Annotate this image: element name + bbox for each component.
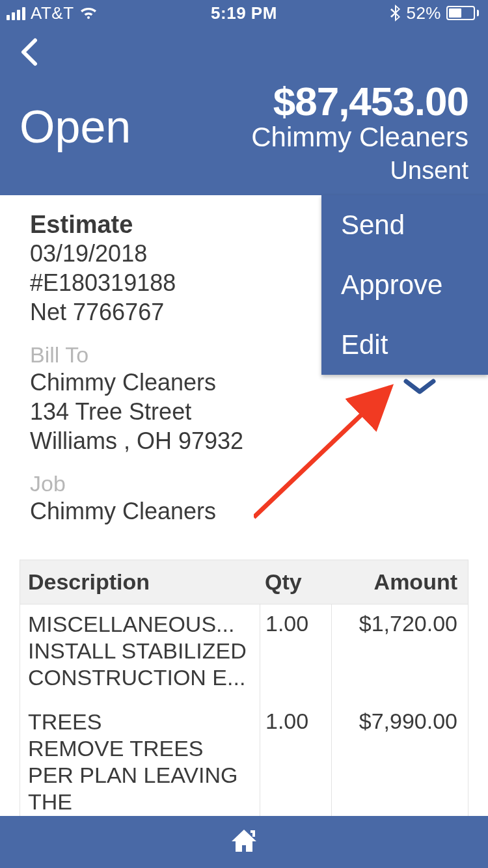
home-button[interactable] <box>229 826 259 858</box>
job-name: Chimmy Cleaners <box>30 496 468 526</box>
estimate-status-label: Open <box>20 101 131 153</box>
table-row[interactable]: TREES REMOVE TREES PER PLAN LEAVING THE … <box>20 702 468 826</box>
col-header-amount: Amount <box>331 560 468 604</box>
status-right: 52% <box>390 3 479 23</box>
wifi-icon <box>79 6 98 20</box>
table-row[interactable]: MISCELLANEOUS... INSTALL STABILIZED CONS… <box>20 604 468 702</box>
action-panel: Send Approve Edit <box>321 195 488 375</box>
status-left: AT&T <box>7 3 98 23</box>
table-header-row: Description Qty Amount <box>20 560 468 604</box>
chevron-down-icon <box>403 377 436 396</box>
chevron-left-icon <box>20 38 38 66</box>
battery-pct: 52% <box>406 3 441 23</box>
carrier-label: AT&T <box>31 3 74 23</box>
line-item-sub: REMOVE TREES PER PLAN LEAVING THE <box>28 735 252 815</box>
back-button[interactable] <box>14 38 43 66</box>
approve-button[interactable]: Approve <box>321 255 488 315</box>
status-bar: AT&T 5:19 PM 52% <box>0 0 488 26</box>
estimate-total: $87,453.00 <box>251 78 468 124</box>
expand-actions-button[interactable] <box>403 377 436 398</box>
line-item-amount: $7,990.00 <box>331 702 468 826</box>
bottom-nav <box>0 816 488 868</box>
app-screen: AT&T 5:19 PM 52% Open $87,453.00 Chi <box>0 0 488 868</box>
page-body: Send Approve Edit Estimate 03/19/2018 #E… <box>0 195 488 526</box>
bluetooth-icon <box>390 5 401 21</box>
col-header-description: Description <box>20 560 260 604</box>
job-label: Job <box>30 471 468 496</box>
line-item-amount: $1,720.00 <box>331 604 468 702</box>
line-item-title: MISCELLANEOUS... <box>28 611 252 638</box>
col-header-qty: Qty <box>260 560 331 604</box>
line-item-qty: 1.00 <box>260 702 331 826</box>
line-item-sub: INSTALL STABILIZED CONSTRUCTION E... <box>28 638 252 691</box>
status-time: 5:19 PM <box>211 3 277 23</box>
page-header: Open $87,453.00 Chimmy Cleaners Unsent <box>0 26 488 195</box>
home-icon <box>229 826 259 856</box>
customer-name: Chimmy Cleaners <box>251 122 468 153</box>
line-item-title: TREES <box>28 709 252 735</box>
battery-icon <box>446 6 479 20</box>
send-button[interactable]: Send <box>321 195 488 255</box>
edit-button[interactable]: Edit <box>321 315 488 375</box>
bill-to-city: Williams , OH 97932 <box>30 426 468 455</box>
signal-icon <box>7 6 25 20</box>
line-item-qty: 1.00 <box>260 604 331 702</box>
line-items-table: Description Qty Amount MISCELLANEOUS... … <box>20 560 468 827</box>
bill-to-street: 134 Tree Street <box>30 397 468 426</box>
sent-status: Unsent <box>20 157 468 185</box>
